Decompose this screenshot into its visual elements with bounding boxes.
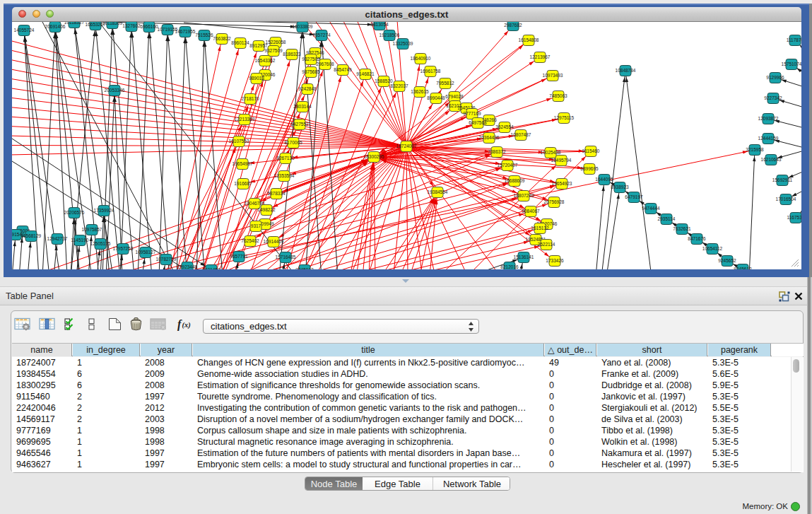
svg-text:15226058: 15226058 — [266, 40, 286, 45]
svg-text:10807487: 10807487 — [511, 132, 531, 137]
svg-text:18807249: 18807249 — [514, 193, 534, 198]
svg-text:16914409: 16914409 — [264, 239, 284, 244]
svg-text:11568129: 11568129 — [21, 233, 42, 238]
svg-text:12975115: 12975115 — [554, 115, 575, 120]
svg-text:1498222: 1498222 — [257, 207, 276, 212]
svg-text:1117870: 1117870 — [787, 37, 801, 42]
svg-text:9245012: 9245012 — [295, 267, 314, 269]
svg-text:15720407: 15720407 — [498, 163, 518, 168]
svg-text:12093872: 12093872 — [758, 116, 779, 121]
svg-text:9242848: 9242848 — [298, 86, 317, 91]
svg-text:1644095: 1644095 — [595, 177, 613, 182]
svg-text:3215958: 3215958 — [746, 147, 764, 152]
svg-text:10975857: 10975857 — [82, 227, 102, 232]
svg-text:(x): (x) — [182, 321, 191, 329]
svg-text:16033809: 16033809 — [293, 24, 313, 29]
svg-text:2935114: 2935114 — [658, 216, 676, 221]
svg-text:8186323: 8186323 — [283, 52, 301, 57]
svg-text:9327502: 9327502 — [302, 57, 320, 62]
svg-text:8938923: 8938923 — [611, 185, 629, 189]
svg-text:14055724: 14055724 — [14, 28, 35, 33]
svg-text:9227342: 9227342 — [764, 95, 782, 100]
svg-text:989013: 989013 — [249, 76, 264, 81]
svg-text:12353594: 12353594 — [274, 173, 295, 178]
svg-text:17359924: 17359924 — [94, 208, 114, 213]
svg-text:20206576: 20206576 — [64, 210, 85, 215]
svg-text:10973493: 10973493 — [543, 73, 563, 78]
svg-text:20364436: 20364436 — [479, 135, 500, 140]
svg-text:1733426: 1733426 — [546, 258, 564, 263]
svg-text:19654923: 19654923 — [552, 181, 572, 186]
svg-text:6479197: 6479197 — [625, 194, 643, 199]
svg-text:15692911: 15692911 — [772, 177, 793, 182]
svg-text:7485063: 7485063 — [549, 93, 567, 98]
svg-text:8471676: 8471676 — [688, 236, 706, 241]
svg-text:2718170: 2718170 — [241, 96, 259, 101]
svg-text:10848784: 10848784 — [616, 68, 636, 73]
svg-text:9115460: 9115460 — [582, 148, 600, 153]
svg-text:15751074: 15751074 — [782, 62, 801, 66]
svg-text:15136141: 15136141 — [514, 255, 534, 259]
svg-text:6966160: 6966160 — [140, 24, 158, 29]
svg-text:10782759: 10782759 — [156, 257, 177, 262]
svg-text:7663822: 7663822 — [213, 36, 231, 41]
svg-text:7625402: 7625402 — [241, 238, 259, 243]
svg-text:10688609: 10688609 — [505, 178, 525, 183]
svg-text:18300295: 18300295 — [364, 154, 384, 159]
svg-text:9317: 9317 — [251, 223, 261, 228]
svg-text:1588520: 1588520 — [375, 78, 393, 83]
svg-text:20053346: 20053346 — [105, 88, 125, 93]
svg-text:11923448: 11923448 — [177, 264, 198, 269]
svg-text:5878334: 5878334 — [267, 191, 286, 196]
svg-text:19654987: 19654987 — [233, 161, 253, 166]
svg-text:1167534: 1167534 — [787, 215, 801, 220]
svg-text:9474444: 9474444 — [642, 206, 660, 211]
svg-text:16210643: 16210643 — [761, 157, 782, 162]
svg-text:14671955: 14671955 — [175, 29, 196, 34]
svg-text:16543362: 16543362 — [255, 58, 276, 63]
svg-text:17957253: 17957253 — [113, 246, 134, 251]
svg-text:15716485: 15716485 — [276, 255, 296, 259]
svg-text:10025438: 10025438 — [541, 150, 561, 155]
svg-text:7357274: 7357274 — [312, 33, 331, 37]
svg-text:18724007: 18724007 — [396, 144, 417, 148]
svg-text:8267130: 8267130 — [276, 156, 295, 160]
svg-text:1362615: 1362615 — [411, 89, 429, 94]
svg-text:8322037: 8322037 — [390, 83, 408, 88]
svg-text:9621450: 9621450 — [202, 267, 220, 269]
svg-text:13325039: 13325039 — [393, 41, 413, 46]
svg-text:2967608: 2967608 — [316, 62, 334, 66]
svg-text:19218506: 19218506 — [379, 33, 400, 37]
svg-text:17016504: 17016504 — [776, 197, 796, 201]
svg-text:12444159: 12444159 — [758, 136, 779, 141]
svg-text:20691406: 20691406 — [45, 24, 66, 29]
svg-text:6794028: 6794028 — [445, 94, 464, 99]
svg-text:20756928: 20756928 — [544, 199, 565, 204]
svg-text:16961758: 16961758 — [420, 69, 441, 74]
svg-text:1145190: 1145190 — [71, 238, 89, 243]
svg-text:12942737: 12942737 — [47, 236, 68, 241]
svg-text:9657791: 9657791 — [230, 254, 248, 259]
svg-text:8960124: 8960124 — [231, 40, 249, 45]
svg-text:1615132: 1615132 — [531, 226, 549, 230]
svg-text:7632621: 7632621 — [673, 226, 691, 231]
svg-text:9245652: 9245652 — [718, 258, 736, 263]
svg-text:9146821: 9146821 — [356, 71, 375, 76]
svg-text:8212016: 8212016 — [500, 264, 519, 269]
svg-text:12213967: 12213967 — [530, 54, 551, 59]
svg-text:8990448: 8990448 — [427, 95, 445, 100]
svg-text:16154808: 16154808 — [519, 37, 539, 42]
svg-text:10654112: 10654112 — [702, 246, 723, 251]
svg-text:8170065: 8170065 — [284, 140, 302, 145]
svg-text:7515526: 7515526 — [195, 33, 213, 37]
svg-text:6899695: 6899695 — [580, 166, 599, 171]
svg-text:2803144: 2803144 — [293, 104, 312, 109]
svg-text:9875685: 9875685 — [302, 69, 320, 74]
svg-text:7955812: 7955812 — [436, 81, 454, 86]
svg-text:1916687: 1916687 — [234, 181, 252, 186]
svg-text:1327602: 1327602 — [122, 23, 141, 28]
svg-text:9129966: 9129966 — [766, 75, 784, 80]
svg-text:10958127: 10958127 — [136, 250, 156, 255]
svg-text:12505175: 12505175 — [90, 241, 111, 246]
svg-text:3624554: 3624554 — [495, 124, 514, 129]
